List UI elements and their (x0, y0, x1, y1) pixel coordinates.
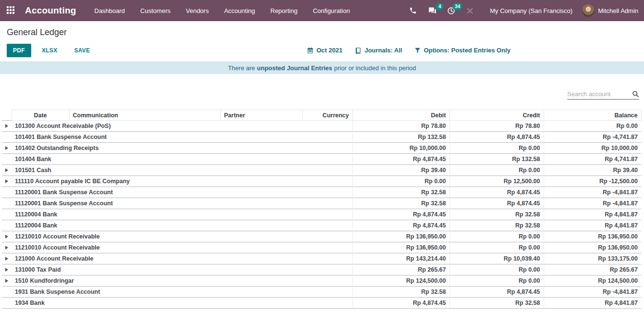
navbar-right: 4 34 My Company (San Francisco) Mitchell… (404, 4, 638, 17)
nav-item-customers[interactable]: Customers (133, 0, 178, 21)
expand-caret-icon[interactable] (5, 179, 8, 183)
page-title: General Ledger (7, 27, 644, 38)
balance-value: Rp -4,841.87 (544, 198, 641, 209)
filter-calendar[interactable]: Oct 2021 (307, 47, 342, 54)
banner-text-suffix: prior or included in this period (334, 64, 416, 72)
fold-cell[interactable] (2, 176, 12, 187)
credit-value: Rp 4,874.45 (450, 187, 544, 198)
expand-caret-icon[interactable] (5, 279, 8, 283)
tools-icon[interactable] (461, 7, 479, 15)
nav-menu: DashboardCustomersVendorsAccountingRepor… (87, 0, 358, 21)
balance-value: Rp 4,741.87 (544, 154, 641, 165)
user-avatar[interactable] (582, 4, 595, 17)
account-name[interactable]: 11210010 Account Receivable (12, 231, 352, 242)
account-name[interactable]: 101300 Account Receivable (PoS) (12, 121, 352, 132)
nav-item-vendors[interactable]: Vendors (178, 0, 217, 21)
filter-journal[interactable]: Journals: All (355, 47, 402, 54)
account-name[interactable]: 101402 Outstanding Receipts (12, 143, 352, 154)
credit-value: Rp 78.80 (450, 121, 544, 132)
balance-value: Rp 4,841.87 (544, 220, 641, 231)
fold-cell[interactable] (2, 264, 12, 275)
expand-caret-icon[interactable] (5, 257, 8, 261)
account-name[interactable]: 111110 Account payable IC BE Company (12, 176, 352, 187)
fold-cell (2, 198, 12, 209)
account-name[interactable]: 1934 Bank (12, 298, 352, 309)
save-button[interactable]: SAVE (68, 44, 96, 57)
account-name[interactable]: 1931 Bank Suspense Account (12, 287, 352, 298)
balance-value: Rp 39.40 (544, 165, 641, 176)
account-name[interactable]: 11210010 Account Receivable (12, 242, 352, 253)
fold-cell[interactable] (2, 143, 12, 154)
credit-value: Rp 4,874.45 (450, 287, 544, 298)
debit-value: Rp 4,874.45 (352, 209, 450, 220)
nav-item-dashboard[interactable]: Dashboard (87, 0, 133, 21)
expand-caret-icon[interactable] (5, 268, 8, 272)
balance-value: Rp 4,841.87 (544, 298, 641, 309)
magnifier-icon[interactable] (632, 90, 639, 98)
fold-cell[interactable] (2, 121, 12, 132)
nav-item-accounting[interactable]: Accounting (217, 0, 263, 21)
balance-value: Rp 265.67 (544, 264, 641, 275)
account-search (567, 90, 639, 100)
debit-value: Rp 39.40 (352, 165, 450, 176)
fold-cell[interactable] (2, 231, 12, 242)
expand-caret-icon[interactable] (5, 235, 8, 238)
activities-icon[interactable]: 34 (442, 7, 461, 15)
expand-caret-icon[interactable] (5, 246, 8, 250)
account-name[interactable]: 11120004 Bank (12, 220, 352, 231)
account-name[interactable]: 101404 Bank (12, 154, 352, 165)
credit-value: Rp 0.00 (450, 165, 544, 176)
expand-caret-icon[interactable] (5, 146, 8, 150)
table-row: 11120004 BankRp 4,874.45Rp 32.58Rp 4,841… (2, 209, 641, 220)
nav-item-reporting[interactable]: Reporting (263, 0, 305, 21)
balance-value: Rp 4,841.87 (544, 209, 641, 220)
nav-item-configuration[interactable]: Configuration (305, 0, 357, 21)
balance-value: Rp -12,500.00 (544, 176, 641, 187)
account-name[interactable]: 11120001 Bank Suspense Account (12, 187, 352, 198)
credit-value: Rp 0.00 (450, 264, 544, 275)
debit-value: Rp 265.67 (352, 264, 450, 275)
table-row: 11120004 BankRp 4,874.45Rp 32.58Rp 4,841… (2, 220, 641, 231)
expand-caret-icon[interactable] (5, 124, 8, 128)
column-header-credit: Credit (450, 110, 544, 121)
table-row: 101300 Account Receivable (PoS)Rp 78.80R… (2, 121, 641, 132)
fold-cell[interactable] (2, 253, 12, 264)
user-menu[interactable]: Mitchell Admin (598, 7, 638, 14)
app-title[interactable]: Accounting (25, 5, 76, 16)
fold-cell[interactable] (2, 242, 12, 253)
phone-icon[interactable] (404, 7, 422, 14)
account-name[interactable]: 1510 Kundfordringar (12, 275, 352, 287)
apps-grid-icon[interactable] (7, 6, 15, 15)
account-name[interactable]: 131000 Tax Paid (12, 264, 352, 275)
balance-value: Rp 136,950.00 (544, 231, 641, 242)
fold-cell (2, 298, 12, 309)
filter-filter[interactable]: Options: Posted Entries Only (414, 47, 510, 54)
filter-icon (414, 47, 421, 53)
pdf-button[interactable]: PDF (7, 44, 31, 57)
fold-cell (2, 154, 12, 165)
account-name[interactable]: 121000 Account Receivable (12, 253, 352, 264)
account-name[interactable]: 101501 Cash (12, 165, 352, 176)
balance-value: Rp 133,175.00 (544, 253, 641, 264)
account-name[interactable]: 11120001 Bank Suspense Account (12, 198, 352, 209)
expand-caret-icon[interactable] (5, 168, 8, 172)
fold-cell[interactable] (2, 165, 12, 176)
balance-value: Rp 136,950.00 (544, 242, 641, 253)
debit-value: Rp 0.00 (352, 176, 450, 187)
fold-cell[interactable] (2, 275, 12, 287)
account-name[interactable]: 11120004 Bank (12, 209, 352, 220)
search-input[interactable] (567, 90, 632, 98)
debit-value: Rp 136,950.00 (352, 242, 450, 253)
account-name[interactable]: 101401 Bank Suspense Account (12, 132, 352, 143)
balance-value: Rp 124,500.00 (544, 275, 641, 287)
table-row: 101401 Bank Suspense AccountRp 132.58Rp … (2, 132, 641, 143)
table-row: 121000 Account ReceivableRp 143,214.40Rp… (2, 253, 641, 264)
filter-label: Oct 2021 (316, 47, 342, 54)
company-switcher[interactable]: My Company (San Francisco) (490, 7, 572, 14)
messages-icon[interactable]: 4 (422, 7, 442, 15)
banner-text-bold: unposted Journal Entries (257, 64, 332, 72)
credit-value: Rp 132.58 (450, 154, 544, 165)
balance-value: Rp 10,000.00 (544, 143, 641, 154)
xlsx-button[interactable]: XLSX (36, 44, 64, 57)
debit-value: Rp 10,000.00 (352, 143, 450, 154)
